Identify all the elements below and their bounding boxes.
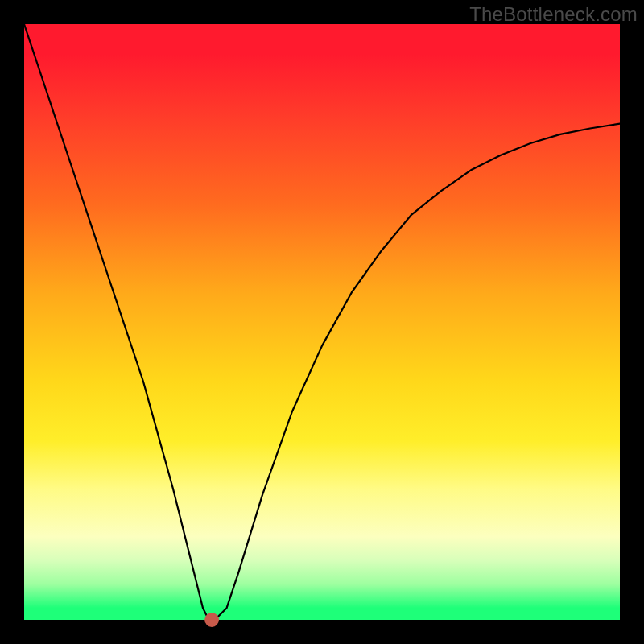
minimum-marker xyxy=(204,613,219,627)
bottleneck-curve xyxy=(24,24,620,620)
plot-area xyxy=(24,24,620,620)
watermark-label: TheBottleneck.com xyxy=(469,3,638,26)
chart-svg xyxy=(24,24,620,620)
chart-frame: TheBottleneck.com xyxy=(0,0,644,644)
